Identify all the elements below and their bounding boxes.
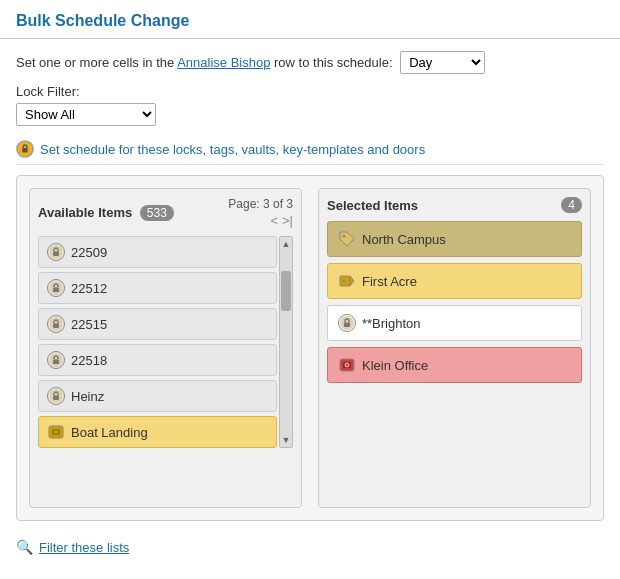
lock-icon	[47, 315, 65, 333]
list-item[interactable]: 22518	[38, 344, 277, 376]
lock-icon	[338, 314, 356, 332]
svg-point-23	[343, 280, 346, 283]
lock-filter-label: Lock Filter:	[16, 84, 604, 99]
scroll-up-arrow[interactable]: ▲	[280, 237, 292, 251]
description-prefix: Set one or more cells in the	[16, 55, 174, 70]
selected-item-brighton[interactable]: **Brighton	[327, 305, 582, 341]
item-label: **Brighton	[362, 316, 421, 331]
scrollbar[interactable]: ▲ ▼	[279, 236, 293, 448]
lock-icon	[47, 243, 65, 261]
selected-item-north-campus[interactable]: North Campus	[327, 221, 582, 257]
list-item[interactable]: 22512	[38, 272, 277, 304]
description-suffix: row to this schedule:	[274, 55, 393, 70]
page-header: Bulk Schedule Change	[0, 0, 620, 39]
vault-red-icon	[338, 356, 356, 374]
item-label: 22512	[71, 281, 107, 296]
svg-rect-7	[53, 288, 59, 293]
lock-icon	[47, 387, 65, 405]
annalise-link[interactable]: Annalise Bishop	[177, 55, 270, 70]
nav-last[interactable]: >|	[282, 213, 293, 228]
scroll-handle[interactable]	[281, 271, 291, 311]
scroll-down-arrow[interactable]: ▼	[280, 433, 292, 447]
available-items-title: Available Items	[38, 205, 132, 220]
page-info: Page: 3 of 3 < >|	[228, 197, 293, 228]
row-description: Set one or more cells in the Annalise Bi…	[16, 51, 604, 74]
selected-items-count: 4	[561, 197, 582, 213]
svg-marker-22	[350, 276, 354, 286]
lock-icon	[47, 351, 65, 369]
scroll-middle	[280, 251, 292, 433]
selected-item-klein-office[interactable]: Klein Office	[327, 347, 582, 383]
list-item[interactable]: 22509	[38, 236, 277, 268]
item-label: Klein Office	[362, 358, 428, 373]
svg-point-29	[345, 363, 349, 367]
selected-items-header: Selected Items 4	[327, 197, 582, 213]
item-label: North Campus	[362, 232, 446, 247]
svg-rect-13	[53, 360, 59, 365]
svg-point-20	[343, 235, 346, 238]
search-icon: 🔍	[16, 539, 33, 555]
selected-items-title: Selected Items	[327, 198, 418, 213]
lock-filter-row: Lock Filter: Show All Locked Unlocked	[16, 84, 604, 126]
available-items-count: 533	[140, 205, 174, 221]
lock-icon	[47, 279, 65, 297]
vault-icon	[47, 423, 65, 441]
item-label: First Acre	[362, 274, 417, 289]
items-scroll-container: 22509 22512	[38, 236, 293, 448]
svg-rect-4	[53, 252, 59, 257]
set-schedule-row: Set schedule for these locks, tags, vaul…	[16, 134, 604, 165]
lock-filter-select[interactable]: Show All Locked Unlocked	[16, 103, 156, 126]
available-items-panel: Available Items 533 Page: 3 of 3 < >|	[29, 188, 302, 508]
lists-container: Available Items 533 Page: 3 of 3 < >|	[16, 175, 604, 521]
set-schedule-text: Set schedule for these locks, tags, vaul…	[40, 142, 425, 157]
tag-icon	[338, 230, 356, 248]
item-label: 22515	[71, 317, 107, 332]
item-label: Boat Landing	[71, 425, 148, 440]
selected-item-first-acre[interactable]: First Acre	[327, 263, 582, 299]
page-number: Page: 3 of 3	[228, 197, 293, 211]
svg-rect-16	[53, 396, 59, 401]
list-item-boat-landing[interactable]: Boat Landing	[38, 416, 277, 448]
page-title: Bulk Schedule Change	[16, 12, 189, 29]
svg-point-19	[54, 430, 58, 434]
item-label: 22509	[71, 245, 107, 260]
list-item[interactable]: 22515	[38, 308, 277, 340]
nav-first[interactable]: <	[270, 213, 278, 228]
svg-rect-10	[53, 324, 59, 329]
filter-row: 🔍 Filter these lists	[16, 533, 604, 555]
tag-alt-icon	[338, 272, 356, 290]
item-label: Heinz	[71, 389, 104, 404]
set-schedule-lock-icon	[16, 140, 34, 158]
available-items-title-row: Available Items 533	[38, 205, 174, 220]
page-nav[interactable]: < >|	[270, 213, 293, 228]
selected-items-panel: Selected Items 4 North Campus First Acre	[318, 188, 591, 508]
svg-rect-1	[22, 148, 27, 153]
item-label: 22518	[71, 353, 107, 368]
available-items-list: 22509 22512	[38, 236, 277, 448]
filter-link[interactable]: Filter these lists	[39, 540, 129, 555]
svg-rect-26	[344, 323, 350, 328]
main-content: Set one or more cells in the Annalise Bi…	[0, 39, 620, 567]
schedule-select[interactable]: Day Night Weekend Holiday	[400, 51, 485, 74]
list-item[interactable]: Heinz	[38, 380, 277, 412]
available-items-header: Available Items 533 Page: 3 of 3 < >|	[38, 197, 293, 228]
